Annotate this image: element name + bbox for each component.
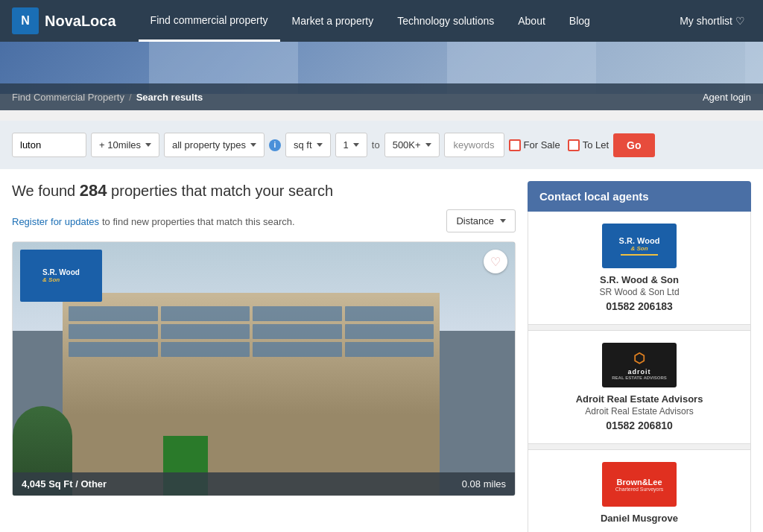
- agent-name-brown-lee: Daniel Musgrove: [601, 513, 678, 524]
- agent-separator-1: [528, 325, 751, 331]
- results-text-after: properties that match your search: [111, 183, 333, 199]
- agent-company-sr-wood: SR Wood & Son Ltd: [599, 287, 679, 297]
- property-card[interactable]: S.R. Wood & Son ♡ 4,045 Sq Ft / Other 0.…: [12, 241, 516, 496]
- main-navbar: N NovaLoca Find commercial property Mark…: [0, 0, 763, 42]
- min-size-value: 1: [343, 139, 349, 151]
- sr-wood-card-logo: S.R. Wood & Son: [602, 224, 677, 268]
- property-type-dropdown[interactable]: all property types: [164, 133, 265, 157]
- nav-links: Find commercial property Market a proper…: [139, 1, 674, 42]
- min-size-arrow: [353, 143, 359, 147]
- sr-wood-name: S.R. Wood: [42, 268, 80, 276]
- sr-wood-decoration: [621, 254, 658, 256]
- sr-wood-tagline: & Son: [42, 276, 80, 283]
- nav-find-commercial[interactable]: Find commercial property: [139, 1, 280, 42]
- main-content: We found 284 properties that match your …: [0, 169, 763, 532]
- agent-card-brown-lee[interactable]: Brown&Lee Chartered Surveyors Daniel Mus…: [528, 450, 751, 532]
- property-distance: 0.08 miles: [462, 478, 506, 490]
- max-price-arrow: [425, 143, 431, 147]
- breadcrumb-separator: /: [129, 92, 132, 103]
- hero-wrapper: Find Commercial Property / Search result…: [0, 42, 763, 94]
- search-bar: + 10miles all property types i sq ft 1 t…: [0, 121, 763, 169]
- sort-label: Distance: [456, 215, 494, 227]
- breadcrumb: Find Commercial Property / Search result…: [0, 83, 763, 110]
- keywords-button[interactable]: keywords: [444, 133, 504, 157]
- sr-wood-logo: S.R. Wood & Son: [37, 264, 86, 288]
- to-label: to: [372, 139, 380, 151]
- brown-lee-logo: Brown&Lee Chartered Surveyors: [602, 462, 677, 507]
- nav-technology[interactable]: Technology solutions: [385, 1, 506, 40]
- results-count: 284: [80, 181, 107, 200]
- sidebar-column: Contact local agents S.R. Wood & Son S.R…: [528, 181, 751, 532]
- property-type-arrow: [250, 143, 256, 147]
- agent-logo-brown-lee: Brown&Lee Chartered Surveyors: [602, 462, 677, 507]
- to-let-checkbox-item: To Let: [568, 139, 609, 151]
- register-section: Register for updates to find new propert…: [12, 215, 295, 227]
- property-type-value: all property types: [172, 139, 246, 151]
- sidebar-header: Contact local agents: [528, 181, 751, 212]
- register-link[interactable]: Register for updates: [12, 216, 99, 227]
- sr-wood-card-name: S.R. Wood: [619, 236, 660, 245]
- logo-icon: N: [12, 7, 39, 34]
- nav-about[interactable]: About: [506, 1, 557, 40]
- go-button[interactable]: Go: [613, 133, 654, 157]
- agent-name-sr-wood: S.R. Wood & Son: [600, 274, 679, 285]
- breadcrumb-left: Find Commercial Property / Search result…: [12, 92, 203, 103]
- agent-login-link[interactable]: Agent login: [703, 92, 751, 103]
- agent-logo-overlay: S.R. Wood & Son: [20, 250, 102, 302]
- search-location-input[interactable]: [12, 133, 86, 157]
- results-text-before: We found: [12, 183, 75, 199]
- brown-lee-subtitle: Chartered Surveyors: [615, 487, 664, 492]
- sqft-arrow: [317, 143, 323, 147]
- shortlist-label: My shortlist: [680, 15, 732, 27]
- building-main: [63, 293, 440, 495]
- brand-name: NovaLoca: [45, 13, 116, 30]
- agent-card-sr-wood[interactable]: S.R. Wood & Son S.R. Wood & Son SR Wood …: [528, 212, 751, 325]
- radius-arrow: [145, 143, 151, 147]
- register-text: to find new properties that match this s…: [102, 216, 295, 227]
- min-size-dropdown[interactable]: 1: [335, 133, 367, 157]
- adroit-logo: ⬡ adroit REAL ESTATE ADVISORS: [602, 343, 677, 387]
- agent-company-adroit: Adroit Real Estate Advisors: [585, 406, 693, 417]
- max-price-dropdown[interactable]: 500K+: [384, 133, 440, 157]
- results-count-text: We found 284 properties that match your …: [12, 181, 516, 200]
- agent-separator-2: [528, 444, 751, 450]
- sqft-unit: sq ft: [294, 139, 312, 151]
- nav-right: My shortlist ♡: [674, 1, 751, 40]
- to-let-checkbox[interactable]: [568, 139, 580, 151]
- property-size: 4,045 Sq Ft / Other: [22, 478, 107, 490]
- agent-name-adroit: Adroit Real Estate Advisors: [576, 393, 703, 405]
- nav-market-property[interactable]: Market a property: [280, 1, 386, 40]
- adroit-icon: ⬡: [633, 350, 645, 367]
- agent-logo-sr-wood: S.R. Wood & Son: [602, 224, 677, 268]
- max-price-value: 500K+: [393, 139, 421, 151]
- sqft-dropdown[interactable]: sq ft: [285, 133, 331, 157]
- brown-lee-name: Brown&Lee: [616, 478, 662, 487]
- agent-logo-adroit: ⬡ adroit REAL ESTATE ADVISORS: [602, 343, 677, 387]
- to-let-label: To Let: [583, 139, 609, 151]
- for-sale-checkbox-item: For Sale: [509, 139, 560, 151]
- agent-phone-adroit: 01582 206810: [606, 419, 673, 431]
- adroit-subtitle: REAL ESTATE ADVISORS: [612, 376, 666, 380]
- shortlist-link[interactable]: My shortlist ♡: [674, 1, 751, 40]
- results-header: We found 284 properties that match your …: [12, 181, 516, 200]
- sort-dropdown[interactable]: Distance: [446, 209, 516, 232]
- breadcrumb-parent[interactable]: Find Commercial Property: [12, 92, 124, 103]
- sr-wood-card-tagline: & Son: [630, 245, 648, 252]
- results-column: We found 284 properties that match your …: [12, 181, 516, 532]
- property-info-bar: 4,045 Sq Ft / Other 0.08 miles: [13, 472, 515, 495]
- for-sale-label: For Sale: [524, 139, 560, 151]
- nav-blog[interactable]: Blog: [557, 1, 602, 40]
- for-sale-checkbox[interactable]: [509, 139, 521, 151]
- heart-icon: ♡: [735, 15, 745, 27]
- agent-card-adroit[interactable]: ⬡ adroit REAL ESTATE ADVISORS Adroit Rea…: [528, 331, 751, 444]
- sale-let-checkboxes: For Sale To Let: [509, 139, 610, 151]
- property-image: S.R. Wood & Son ♡ 4,045 Sq Ft / Other 0.…: [13, 242, 515, 495]
- sort-arrow: [500, 219, 506, 223]
- windows: [63, 300, 440, 363]
- info-badge[interactable]: i: [269, 139, 281, 151]
- favorite-button[interactable]: ♡: [484, 250, 507, 273]
- radius-value: + 10miles: [99, 139, 141, 151]
- agent-phone-sr-wood: 01582 206183: [606, 300, 673, 312]
- adroit-text: adroit: [627, 368, 650, 376]
- radius-dropdown[interactable]: + 10miles: [91, 133, 159, 157]
